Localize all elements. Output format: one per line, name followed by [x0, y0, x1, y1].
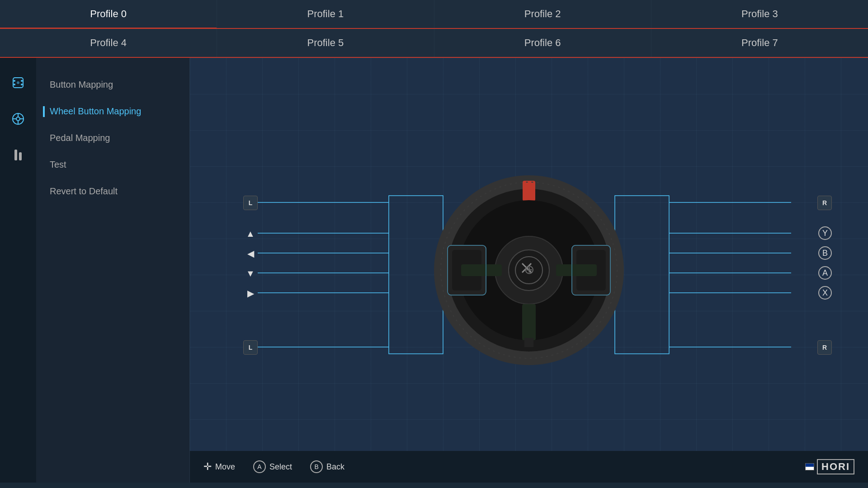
- svg-rect-40: [522, 304, 536, 340]
- profile-tab-4[interactable]: Profile 4: [0, 29, 217, 57]
- revert-label: Revert to Default: [50, 186, 118, 196]
- dpad-left-symbol: ◀: [247, 248, 254, 259]
- wheel-svg: ⊕: [434, 175, 624, 365]
- dpad-up-icon[interactable]: ▲: [243, 226, 258, 241]
- dpad-down-icon[interactable]: ▼: [243, 266, 258, 281]
- move-label: Move: [215, 462, 235, 472]
- svg-point-0: [17, 81, 19, 84]
- menu-item-button-mapping[interactable]: Button Mapping: [36, 71, 189, 98]
- svg-rect-42: [556, 264, 597, 276]
- back-label: Back: [326, 462, 344, 472]
- profile-tab-7[interactable]: Profile 7: [651, 29, 868, 57]
- hori-logo: HORI: [805, 459, 854, 474]
- sidebar-icon-gamepad[interactable]: [7, 71, 29, 94]
- pedal-mapping-label: Pedal Mapping: [50, 133, 110, 143]
- profile-tab-5[interactable]: Profile 5: [217, 29, 434, 57]
- a-circle-icon: A: [253, 460, 266, 473]
- steering-wheel: ⊕: [434, 175, 624, 365]
- profile-0-label: Profile 0: [90, 8, 127, 19]
- svg-point-2: [21, 80, 23, 82]
- b-symbol: B: [822, 249, 828, 258]
- hori-brand-text: HORI: [817, 459, 854, 474]
- main-layout: Button Mapping Wheel Button Mapping Peda…: [0, 58, 868, 483]
- profile-tabs-container: Profile 0 Profile 1 Profile 2 Profile 3 …: [0, 0, 868, 58]
- menu-item-revert[interactable]: Revert to Default: [36, 178, 189, 205]
- profile-tab-1[interactable]: Profile 1: [217, 0, 434, 28]
- menu-item-pedal-mapping[interactable]: Pedal Mapping: [36, 125, 189, 151]
- dpad-left-icon[interactable]: ◀: [243, 246, 258, 261]
- a-button[interactable]: A: [818, 266, 832, 280]
- x-symbol: X: [822, 288, 828, 298]
- b-button[interactable]: B: [818, 246, 832, 260]
- move-button[interactable]: ✛ Move: [203, 461, 235, 473]
- svg-text:⊕: ⊕: [524, 263, 534, 277]
- dpad-right-symbol: ▶: [247, 288, 254, 299]
- select-button[interactable]: A Select: [253, 460, 292, 473]
- lb-symbol: L: [249, 199, 253, 206]
- main-content: L ▲ ◀ ▼ ▶ L R Y B: [190, 58, 868, 483]
- profile-tab-0[interactable]: Profile 0: [0, 0, 217, 28]
- svg-point-1: [14, 80, 15, 82]
- profile-tab-3[interactable]: Profile 3: [651, 0, 868, 28]
- lt-icon[interactable]: L: [243, 340, 258, 355]
- test-label: Test: [50, 160, 66, 169]
- profile-2-label: Profile 2: [524, 8, 561, 19]
- bottom-bar: ✛ Move A Select B Back HORI: [190, 451, 868, 483]
- hori-flag-icon: [805, 463, 814, 470]
- rt-icon[interactable]: R: [817, 340, 832, 355]
- profile-tabs-row1: Profile 0 Profile 1 Profile 2 Profile 3: [0, 0, 868, 29]
- profile-tab-2[interactable]: Profile 2: [434, 0, 651, 28]
- y-button[interactable]: Y: [818, 226, 832, 240]
- b-circle-icon: B: [310, 460, 323, 473]
- sidebar-icon-pedals[interactable]: [7, 144, 29, 166]
- dpad-down-symbol: ▼: [246, 268, 255, 279]
- svg-rect-41: [461, 264, 502, 276]
- svg-point-7: [16, 117, 20, 121]
- dpad-right-icon[interactable]: ▶: [243, 286, 258, 300]
- rt-symbol: R: [822, 344, 827, 351]
- profile-1-label: Profile 1: [307, 8, 344, 19]
- profile-6-label: Profile 6: [524, 37, 561, 48]
- lb-icon[interactable]: L: [243, 196, 258, 210]
- svg-rect-13: [19, 152, 22, 160]
- svg-rect-30: [523, 181, 535, 201]
- a-symbol: A: [822, 268, 828, 278]
- y-symbol: Y: [822, 229, 828, 238]
- svg-point-3: [14, 84, 15, 85]
- svg-point-4: [21, 84, 23, 85]
- profile-4-label: Profile 4: [90, 37, 127, 48]
- profile-3-label: Profile 3: [741, 8, 778, 19]
- profile-5-label: Profile 5: [307, 37, 344, 48]
- wheel-button-mapping-label: Wheel Button Mapping: [50, 106, 141, 116]
- svg-rect-12: [14, 150, 17, 160]
- profile-tabs-row2: Profile 4 Profile 5 Profile 6 Profile 7: [0, 29, 868, 58]
- x-button[interactable]: X: [818, 286, 832, 300]
- menu-item-test[interactable]: Test: [36, 151, 189, 178]
- profile-7-label: Profile 7: [741, 37, 778, 48]
- sidebar-icons: [0, 58, 36, 483]
- left-menu: Button Mapping Wheel Button Mapping Peda…: [36, 58, 190, 483]
- button-mapping-label: Button Mapping: [50, 80, 113, 89]
- dpad-up-symbol: ▲: [246, 229, 255, 239]
- sidebar-icon-wheel[interactable]: [7, 108, 29, 130]
- rb-icon[interactable]: R: [817, 196, 832, 210]
- menu-item-wheel-button-mapping[interactable]: Wheel Button Mapping: [36, 98, 189, 125]
- profile-tab-6[interactable]: Profile 6: [434, 29, 651, 57]
- lt-symbol: L: [249, 344, 253, 351]
- move-plus-icon: ✛: [203, 461, 212, 473]
- back-button[interactable]: B Back: [310, 460, 344, 473]
- select-label: Select: [269, 462, 292, 472]
- rb-symbol: R: [822, 199, 827, 206]
